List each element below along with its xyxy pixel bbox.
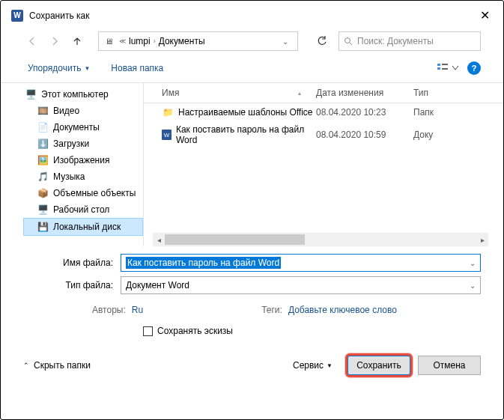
file-list: Имя▴ Дата изменения Тип 📁Настраиваемые ш…: [143, 83, 503, 246]
svg-line-1: [350, 43, 352, 45]
sort-icon: ▴: [298, 90, 301, 97]
forward-button[interactable]: [46, 32, 64, 50]
chevron-up-icon: ⌃: [23, 362, 29, 369]
cancel-button[interactable]: Отмена: [418, 356, 481, 375]
chevron-down-icon: ▼: [327, 362, 333, 369]
filename-input[interactable]: Как поставить пароль на файл Word ⌄: [121, 254, 481, 272]
music-icon: 🎵: [37, 171, 49, 183]
tree-music[interactable]: 🎵Музыка: [23, 168, 143, 185]
col-name[interactable]: Имя▴: [144, 88, 316, 98]
chevron-right-icon: ≪: [119, 37, 126, 45]
tree-documents[interactable]: 📄Документы: [23, 119, 143, 136]
navigation-bar: 🖥 ≪ lumpi › Документы ⌄ Поиск: Документы: [1, 28, 503, 54]
up-button[interactable]: [68, 32, 86, 50]
col-date[interactable]: Дата изменения: [316, 88, 413, 98]
chevron-right-icon: ›: [154, 37, 156, 45]
footer: ⌃ Скрыть папки Сервис▼ Сохранить Отмена: [1, 344, 503, 383]
sidebar-tree: 🖥️Этот компьютер 🎞️Видео 📄Документы ⬇️За…: [23, 83, 143, 246]
search-icon: [344, 37, 353, 46]
tree-local-disk[interactable]: 💾Локальный диск: [23, 218, 143, 236]
chevron-down-icon: ▼: [84, 65, 90, 72]
authors-value[interactable]: Ru: [132, 305, 143, 315]
filetype-select[interactable]: Документ Word ⌄: [121, 276, 481, 294]
desktop-icon: 🖥️: [37, 204, 49, 216]
tree-desktop[interactable]: 🖥️Рабочий стол: [23, 201, 143, 218]
tags-label: Теги:: [261, 305, 282, 315]
word-app-icon: W: [11, 10, 23, 22]
svg-rect-3: [437, 67, 440, 70]
tree-pictures[interactable]: 🖼️Изображения: [23, 152, 143, 168]
search-placeholder: Поиск: Документы: [357, 36, 434, 46]
column-headers: Имя▴ Дата изменения Тип: [144, 83, 503, 103]
word-doc-icon: W: [162, 130, 171, 140]
organize-menu[interactable]: Упорядочить▼: [23, 60, 94, 76]
file-row[interactable]: 📁Настраиваемые шаблоны Office 08.04.2020…: [144, 103, 503, 121]
video-icon: 🎞️: [37, 105, 49, 117]
svg-rect-2: [437, 64, 440, 66]
scroll-thumb[interactable]: [165, 234, 305, 245]
tags-value[interactable]: Добавьте ключевое слово: [288, 305, 397, 315]
cube-icon: 📦: [37, 187, 49, 199]
pc-icon: 🖥️: [25, 88, 37, 100]
col-type[interactable]: Тип: [413, 88, 458, 98]
tree-3d[interactable]: 📦Объемные объекты: [23, 185, 143, 201]
tree-this-pc[interactable]: 🖥️Этот компьютер: [23, 86, 143, 103]
refresh-button[interactable]: [313, 32, 331, 50]
svg-point-0: [345, 38, 350, 43]
documents-icon: 📄: [37, 121, 49, 133]
save-button[interactable]: Сохранить: [347, 356, 410, 375]
back-button[interactable]: [23, 32, 41, 50]
horizontal-scrollbar[interactable]: ◂ ▸: [153, 233, 488, 246]
help-icon[interactable]: ?: [467, 61, 481, 75]
pc-icon: 🖥: [105, 37, 113, 46]
toolbar: Упорядочить▼ Новая папка ?: [1, 54, 503, 83]
scroll-right-icon[interactable]: ▸: [476, 236, 488, 244]
titlebar: W Сохранить как ✕: [1, 1, 503, 28]
authors-label: Авторы:: [92, 305, 126, 315]
save-thumbnail-checkbox[interactable]: [143, 326, 153, 336]
chevron-down-icon[interactable]: ⌄: [470, 259, 476, 267]
save-thumbnail-label: Сохранять эскизы: [157, 326, 233, 336]
svg-rect-5: [442, 68, 448, 70]
disk-icon: 💾: [37, 221, 49, 233]
tree-video[interactable]: 🎞️Видео: [23, 103, 143, 119]
new-folder-button[interactable]: Новая папка: [106, 60, 168, 76]
tools-menu[interactable]: Сервис▼: [293, 360, 340, 371]
save-form: Имя файла: Как поставить пароль на файл …: [1, 246, 503, 344]
search-input[interactable]: Поиск: Документы: [338, 31, 481, 51]
svg-rect-4: [442, 64, 448, 65]
address-bar[interactable]: 🖥 ≪ lumpi › Документы ⌄: [98, 31, 298, 51]
hide-folders-toggle[interactable]: ⌃ Скрыть папки: [23, 360, 91, 371]
filename-label: Имя файла:: [23, 258, 121, 268]
filetype-label: Тип файла:: [23, 280, 121, 290]
folder-icon: 📁: [162, 106, 174, 118]
downloads-icon: ⬇️: [37, 138, 49, 150]
window-title: Сохранить как: [29, 10, 477, 21]
file-row[interactable]: WКак поставить пароль на файл Word 08.04…: [144, 121, 503, 148]
close-icon[interactable]: ✕: [477, 8, 493, 22]
view-options-button[interactable]: [437, 62, 458, 74]
scroll-left-icon[interactable]: ◂: [153, 236, 165, 244]
tree-downloads[interactable]: ⬇️Загрузки: [23, 136, 143, 152]
chevron-down-icon: ⌄: [470, 281, 476, 290]
chevron-down-icon[interactable]: ⌄: [276, 37, 294, 46]
pictures-icon: 🖼️: [37, 154, 49, 166]
path-segment[interactable]: Документы: [159, 36, 205, 46]
main-area: 🖥️Этот компьютер 🎞️Видео 📄Документы ⬇️За…: [1, 83, 503, 246]
path-segment[interactable]: lumpi: [129, 36, 151, 46]
